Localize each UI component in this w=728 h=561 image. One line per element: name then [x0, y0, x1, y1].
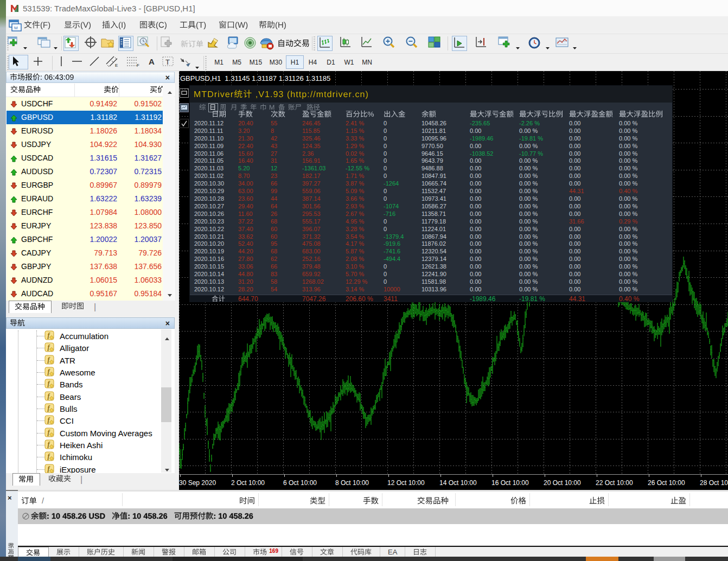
svg-text:M: M: [14, 25, 18, 30]
svg-text:E: E: [115, 63, 118, 67]
svg-text:A: A: [149, 57, 155, 66]
svg-text:F: F: [137, 63, 139, 67]
svg-text:T: T: [165, 58, 170, 66]
